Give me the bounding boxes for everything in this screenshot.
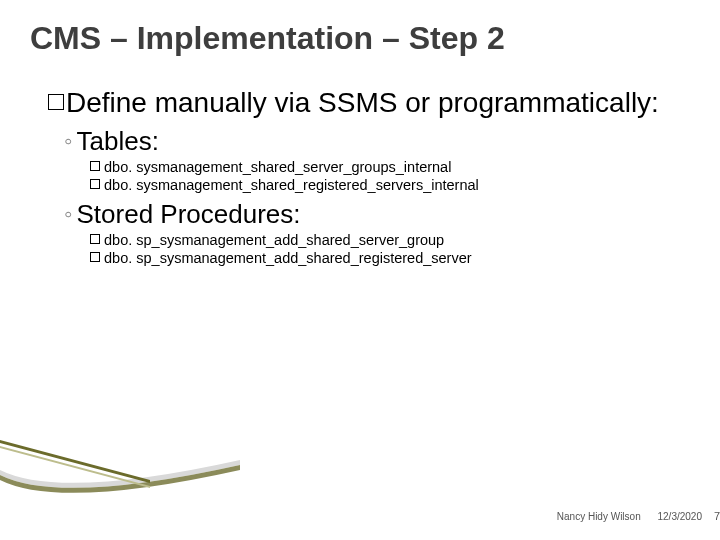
procs-heading-text: Stored Procedures:	[77, 199, 301, 229]
square-bullet-icon	[90, 161, 100, 171]
square-bullet-icon	[90, 179, 100, 189]
proc-item-text: dbo. sp_sysmanagement_add_shared_registe…	[104, 250, 472, 266]
decor-swoosh-icon	[0, 410, 240, 500]
table-item: dbo. sysmanagement_shared_server_groups_…	[90, 159, 690, 175]
table-item-text: dbo. sysmanagement_shared_registered_ser…	[104, 177, 479, 193]
ring-bullet-icon: ◦	[64, 127, 73, 154]
table-item: dbo. sysmanagement_shared_registered_ser…	[90, 177, 690, 193]
bullet-main: Define manually via SSMS or programmatic…	[48, 85, 690, 120]
footer-author: Nancy Hidy Wilson	[557, 511, 641, 522]
proc-item: dbo. sp_sysmanagement_add_shared_server_…	[90, 232, 690, 248]
page-number: 7	[704, 510, 720, 522]
proc-item: dbo. sp_sysmanagement_add_shared_registe…	[90, 250, 690, 266]
ring-bullet-icon: ◦	[64, 200, 73, 227]
tables-heading-text: Tables:	[77, 126, 159, 156]
proc-item-text: dbo. sp_sysmanagement_add_shared_server_…	[104, 232, 444, 248]
slide: CMS – Implementation – Step 2 Define man…	[0, 0, 720, 540]
sub-heading-tables: ◦Tables:	[64, 126, 690, 157]
footer: Nancy Hidy Wilson 12/3/2020	[543, 511, 702, 522]
footer-date: 12/3/2020	[658, 511, 703, 522]
sub-heading-procs: ◦Stored Procedures:	[64, 199, 690, 230]
slide-title: CMS – Implementation – Step 2	[30, 20, 690, 57]
bullet-main-text: Define manually via SSMS or programmatic…	[66, 87, 659, 118]
square-bullet-icon	[48, 94, 64, 110]
square-bullet-icon	[90, 252, 100, 262]
table-item-text: dbo. sysmanagement_shared_server_groups_…	[104, 159, 451, 175]
square-bullet-icon	[90, 234, 100, 244]
